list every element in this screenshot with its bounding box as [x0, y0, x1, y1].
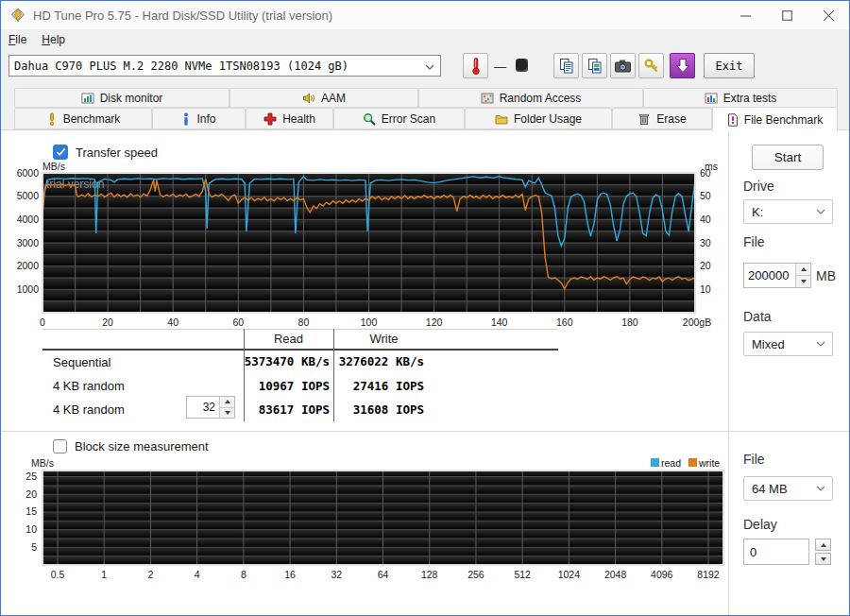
data-label: Data: [743, 309, 772, 324]
svg-text:8192: 8192: [697, 569, 720, 580]
save-results-button[interactable]: [670, 53, 695, 78]
svg-text:2: 2: [148, 569, 154, 580]
tab-aam[interactable]: AAM: [230, 88, 418, 108]
random-write-value: 27416 IOPS: [320, 379, 424, 393]
row-random-qd-label: 4 KB random: [53, 402, 125, 417]
drive-selector[interactable]: Dahua C970 PLUS M.2 2280 NVMe 1TSN08193 …: [8, 55, 441, 77]
tab-folder-usage[interactable]: Folder Usage: [465, 108, 612, 129]
window-title: HD Tune Pro 5.75 - Hard Disk/SSD Utility…: [33, 9, 332, 23]
info-icon: [181, 112, 191, 126]
start-button[interactable]: Start: [752, 145, 824, 170]
app-icon: [10, 8, 26, 23]
random-qd-write-value: 31608 IOPS: [320, 402, 424, 417]
write-header: Write: [334, 332, 434, 346]
row-random-label: 4 KB random: [53, 379, 125, 393]
drive-select[interactable]: K:: [743, 199, 833, 224]
temperature-value: —: [494, 60, 506, 74]
tab-extra-tests[interactable]: Extra tests: [643, 88, 838, 108]
delay-up-button[interactable]: [815, 539, 831, 551]
svg-text:60: 60: [232, 317, 244, 328]
copy-image-button[interactable]: [582, 53, 607, 78]
health-icon: [264, 112, 277, 126]
chevron-down-icon: [425, 60, 440, 73]
svg-text:30: 30: [700, 237, 711, 248]
sequential-read-value: 5373470 KB/s: [226, 354, 330, 368]
svg-text:10: 10: [26, 523, 37, 535]
drive-selector-value: Dahua C970 PLUS M.2 2280 NVMe 1TSN08193 …: [9, 60, 425, 73]
file-size-stepper[interactable]: 200000: [743, 263, 811, 288]
svg-text:5: 5: [31, 541, 37, 553]
delay-label: Delay: [743, 517, 777, 532]
data-pattern-select[interactable]: Mixed: [743, 332, 833, 356]
svg-text:20: 20: [26, 488, 37, 500]
tab-file-benchmark[interactable]: File Benchmark: [712, 107, 838, 131]
menu-file[interactable]: File: [1, 31, 34, 48]
tab-health[interactable]: Health: [246, 108, 333, 129]
svg-text:16: 16: [284, 569, 296, 580]
block-size-label: Block size measurement: [75, 439, 209, 453]
svg-text:4000: 4000: [17, 214, 40, 225]
svg-text:20: 20: [102, 317, 113, 328]
svg-text:512: 512: [514, 569, 531, 580]
copy-text-button[interactable]: [553, 53, 579, 78]
block-chart-legend: read write: [651, 457, 720, 469]
svg-text:100: 100: [361, 317, 378, 328]
file-benchmark-icon: [727, 113, 739, 127]
benchmark-icon: [46, 112, 58, 126]
close-button[interactable]: [808, 1, 849, 29]
delay-value: 0: [744, 545, 808, 559]
file-size-up-button[interactable]: [796, 264, 810, 275]
legend-read: read: [651, 457, 681, 469]
tab-info[interactable]: Info: [152, 108, 246, 129]
down-arrow-icon: [675, 58, 690, 74]
svg-text:MB/s: MB/s: [42, 162, 65, 172]
maximize-button[interactable]: [766, 1, 808, 29]
svg-text:80: 80: [298, 317, 310, 328]
svg-text:256: 256: [468, 569, 484, 580]
svg-text:ms: ms: [705, 162, 718, 172]
random-qd-read-value: 83617 IOPS: [226, 402, 330, 417]
svg-text:4: 4: [195, 569, 200, 580]
section-divider: [1, 431, 849, 432]
copy-icon: [558, 58, 575, 75]
screenshot-button[interactable]: [610, 53, 636, 78]
disk-monitor-icon: [81, 92, 94, 105]
chevron-down-icon: [816, 486, 832, 491]
file-size-label: File: [743, 234, 765, 249]
svg-text:6000: 6000: [17, 167, 40, 179]
read-swatch: [651, 458, 659, 467]
delay-down-button[interactable]: [815, 553, 831, 565]
random-access-icon: [481, 92, 494, 105]
tab-benchmark[interactable]: Benchmark: [14, 108, 152, 129]
options-button[interactable]: [638, 53, 664, 78]
titlebar: HD Tune Pro 5.75 - Hard Disk/SSD Utility…: [1, 1, 849, 29]
tab-error-scan[interactable]: Error Scan: [333, 108, 465, 129]
exit-button[interactable]: Exit: [704, 53, 755, 78]
temperature-button[interactable]: [463, 53, 488, 78]
svg-text:0: 0: [40, 317, 45, 328]
svg-text:160: 160: [556, 317, 573, 328]
delay-stepper: [815, 539, 831, 565]
svg-text:128: 128: [421, 569, 438, 580]
read-header: Read: [245, 332, 332, 346]
extra-tests-icon: [705, 92, 718, 105]
minimize-button[interactable]: [724, 1, 766, 29]
block-file-size-value: 64 MB: [744, 482, 816, 496]
tab-disk-monitor[interactable]: Disk monitor: [14, 88, 230, 108]
menu-help[interactable]: Help: [34, 31, 73, 48]
transfer-speed-chart: trial version100020003000400050006000102…: [8, 162, 724, 332]
camera-icon: [614, 59, 632, 74]
block-size-checkbox[interactable]: [53, 439, 67, 453]
block-file-size-select[interactable]: 64 MB: [743, 476, 833, 501]
file-size-unit: MB: [816, 268, 836, 283]
svg-text:1: 1: [101, 569, 107, 580]
delay-input[interactable]: 0: [743, 539, 809, 565]
tab-random-access[interactable]: Random Access: [418, 88, 643, 108]
tab-erase[interactable]: Erase: [612, 108, 712, 129]
svg-text:3000: 3000: [17, 237, 40, 248]
file-size-down-button[interactable]: [796, 275, 810, 287]
data-pattern-value: Mixed: [744, 337, 816, 351]
close-icon: [824, 10, 834, 21]
svg-text:120: 120: [426, 317, 443, 328]
transfer-speed-checkbox[interactable]: [53, 145, 68, 160]
